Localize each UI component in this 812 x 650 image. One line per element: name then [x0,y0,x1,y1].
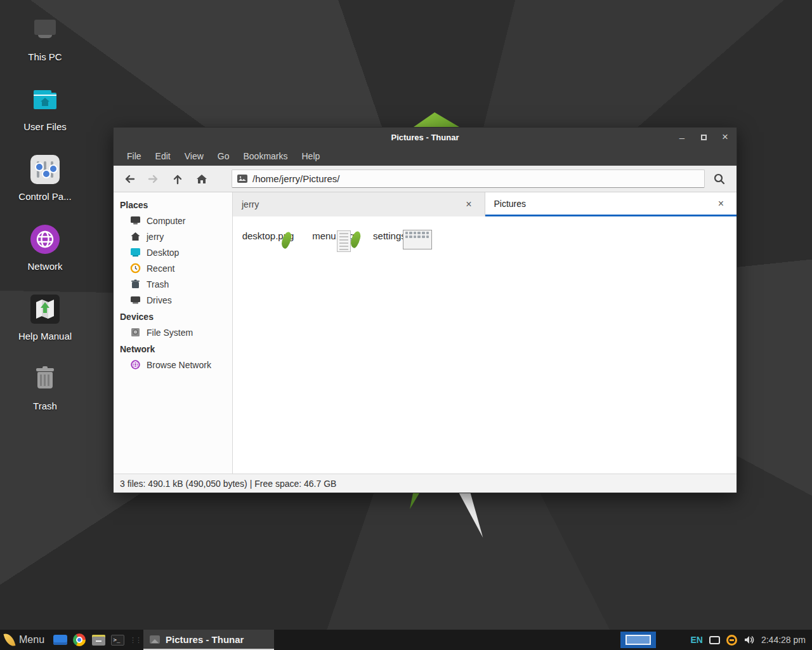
menu-help[interactable]: Help [295,149,327,164]
sidebar-header-devices: Devices [114,308,232,324]
home-icon[interactable] [191,169,213,189]
desktop-icon-label: User Files [11,121,79,132]
desktop-icon-label: Control Pa... [11,191,79,202]
terminal-icon[interactable]: >_ [108,632,127,648]
sidebar-item-label: Drives [147,295,172,305]
recent-clock-icon [130,263,141,274]
thunar-window: Pictures - Thunar – × File Edit View Go … [113,127,737,493]
taskbar-window-label: Pictures - Thunar [166,634,244,645]
menu-file[interactable]: File [120,149,148,164]
chrome-icon[interactable] [70,632,89,648]
sidebar-item-file-system[interactable]: File System [114,324,232,340]
image-file-icon [237,175,247,183]
file-manager-icon[interactable] [89,632,108,648]
sidebar-item-desktop[interactable]: Desktop [114,244,232,260]
file-list[interactable]: desktop.png menu.png [233,216,737,474]
file-pane: jerry × Pictures × desktop.png [233,192,737,474]
desktop-icon-help-manual[interactable]: Help Manual [11,295,79,342]
taskbar-window-button[interactable]: Pictures - Thunar [143,630,274,650]
sidebar-item-drives[interactable]: Drives [114,292,232,308]
help-manual-icon [30,295,60,324]
status-text: 3 files: 490.1 kB (490,050 bytes) | Free… [120,479,336,489]
tab-label: jerry [242,199,462,209]
desktop-icon-this-pc[interactable]: This PC [11,15,79,62]
wallpaper-feather [456,492,485,538]
trash-icon [30,364,60,394]
sidebar-item-label: Computer [147,216,185,226]
computer-icon [30,15,60,44]
menu-edit[interactable]: Edit [148,149,178,164]
up-icon[interactable] [167,169,188,189]
wallpaper-green-leaf-top [414,112,459,127]
desktop-icon-user-files[interactable]: User Files [11,85,79,132]
file-desktop-png[interactable]: desktop.png [238,224,298,244]
sidebar-item-trash[interactable]: Trash [114,276,232,292]
tab-jerry[interactable]: jerry × [233,192,485,216]
window-main: Places Computer jerry Desktop Recent [114,192,737,474]
home-folder-icon [30,85,60,114]
browse-network-icon [130,359,141,370]
sidebar: Places Computer jerry Desktop Recent [114,192,233,474]
menu-view[interactable]: View [178,149,211,164]
sidebar-item-label: Browse Network [147,360,211,370]
close-icon[interactable]: × [719,131,731,143]
display-tray-icon[interactable] [709,636,720,644]
toolbar: /home/jerry/Pictures/ [114,166,737,192]
control-panel-icon [30,155,60,184]
keyboard-layout-indicator[interactable]: EN [690,635,702,645]
system-tray: EN 2:44:28 pm [620,632,812,648]
menu-go[interactable]: Go [211,149,237,164]
sidebar-header-places: Places [114,196,232,213]
desktop-wallpaper: This PC User Files Control Pa... Network… [0,0,812,650]
desktop-icon-label: Help Manual [11,331,79,342]
window-title: Pictures - Thunar [114,133,737,142]
close-icon[interactable]: × [462,199,475,210]
menu-feather-icon[interactable] [4,632,16,648]
path-text: /home/jerry/Pictures/ [252,173,340,184]
minimize-icon[interactable]: – [676,131,688,143]
path-bar[interactable]: /home/jerry/Pictures/ [232,169,705,188]
sidebar-header-network: Network [114,340,232,357]
desktop-icon-network[interactable]: Network [11,225,79,272]
back-icon[interactable] [119,169,140,189]
menu-bookmarks[interactable]: Bookmarks [236,149,294,164]
window-controls: – × [676,128,731,147]
clock[interactable]: 2:44:28 pm [761,635,806,645]
desktop-icon [130,247,141,258]
window-titlebar[interactable]: Pictures - Thunar – × [114,128,737,147]
tab-label: Pictures [494,199,714,209]
sidebar-item-label: File System [147,328,193,338]
sidebar-item-label: Desktop [147,248,179,258]
desktop-icon-control-panel[interactable]: Control Pa... [11,155,79,202]
panel-handle[interactable]: ⋮⋮ [129,636,141,644]
workspace-switcher[interactable] [620,632,656,648]
sidebar-item-label: Trash [147,279,169,289]
thunar-app-icon [150,635,160,644]
desktop-icon-label: This PC [11,51,79,62]
computer-icon [130,215,141,226]
file-menu-png[interactable]: menu.png [303,224,363,244]
desktop-icon-trash[interactable]: Trash [11,364,79,411]
desktop-icon-label: Trash [11,401,79,411]
update-manager-icon[interactable] [726,635,737,646]
network-globe-icon [30,225,60,254]
maximize-icon[interactable] [697,131,710,143]
tab-pictures[interactable]: Pictures × [485,192,737,216]
trash-icon [130,279,141,289]
forward-icon[interactable] [143,169,164,189]
status-bar: 3 files: 490.1 kB (490,050 bytes) | Free… [114,474,737,493]
show-desktop-icon[interactable] [51,632,70,648]
sidebar-item-computer[interactable]: Computer [114,213,232,229]
sidebar-item-browse-network[interactable]: Browse Network [114,357,232,373]
active-workspace[interactable] [625,635,651,645]
menubar: File Edit View Go Bookmarks Help [114,147,737,166]
volume-icon[interactable] [743,635,755,645]
search-icon[interactable] [707,169,731,189]
menu-button[interactable]: Menu [19,634,44,646]
taskbar: Menu >_ ⋮⋮ Pictures - Thunar EN 2:44:28 … [0,630,812,650]
sidebar-item-label: jerry [147,232,164,242]
file-settings-png[interactable]: settings.png [369,224,429,244]
close-icon[interactable]: × [714,198,728,209]
sidebar-item-jerry[interactable]: jerry [114,229,232,244]
sidebar-item-recent[interactable]: Recent [114,260,232,276]
